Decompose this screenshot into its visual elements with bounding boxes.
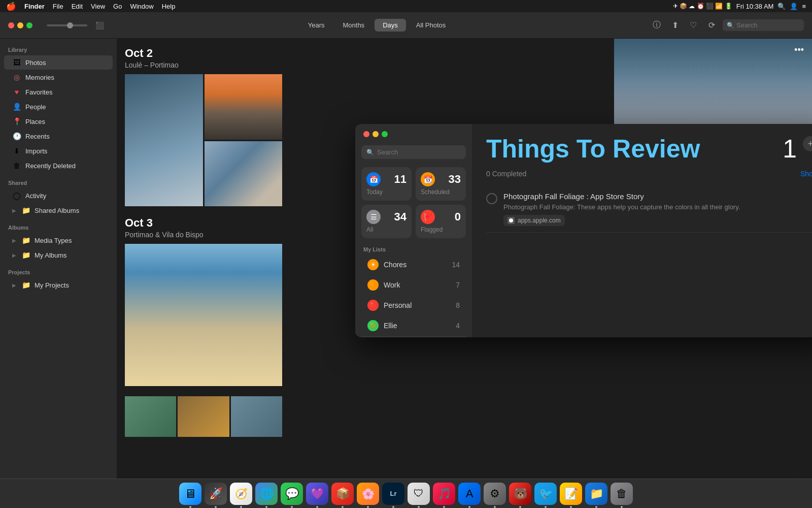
dock-trash[interactable]: 🗑: [611, 483, 633, 505]
share-button[interactable]: ⬆: [668, 18, 682, 33]
close-button[interactable]: [8, 22, 14, 28]
tab-months[interactable]: Months: [334, 19, 373, 31]
reminders-detail-header: Things To Review 1 +: [486, 136, 812, 162]
list-item-chores[interactable]: ☀ Chores 14: [359, 255, 468, 274]
dock-app2[interactable]: 💜: [306, 483, 328, 505]
show-button[interactable]: Show: [800, 170, 812, 178]
sidebar-item-places[interactable]: 📍 Places: [4, 114, 113, 129]
reminder-title: Photograph Fall Foliage : App Store Stor…: [503, 192, 740, 201]
photo-cell-oct3[interactable]: [125, 244, 282, 386]
sidebar-item-imports[interactable]: ⬇ Imports: [4, 144, 113, 158]
dock-settings[interactable]: ⚙: [484, 483, 506, 505]
list-item-ellie[interactable]: 🟢 Ellie 4: [359, 316, 468, 335]
menubar-help[interactable]: Help: [162, 3, 176, 10]
photo-cell[interactable]: [125, 396, 176, 437]
sidebar-item-activity[interactable]: ◯ Activity: [4, 188, 113, 203]
apple-menu[interactable]: 🍎: [6, 2, 16, 11]
dock-vpn[interactable]: 🛡: [408, 483, 430, 505]
dock-lightroom[interactable]: Lr: [382, 483, 404, 505]
dock-messages[interactable]: 💬: [281, 483, 303, 505]
dock-notes[interactable]: 📝: [560, 483, 582, 505]
reminders-minimize-button[interactable]: [373, 131, 379, 137]
minimize-button[interactable]: [17, 22, 23, 28]
stat-today[interactable]: 📅 11 Today: [361, 167, 412, 201]
dock-safari[interactable]: 🧭: [230, 483, 252, 505]
sidebar-item-my-albums[interactable]: ▶ 📁 My Albums: [4, 248, 113, 262]
menubar-file[interactable]: File: [53, 3, 63, 10]
dock-music[interactable]: 🎵: [433, 483, 455, 505]
list-item-things-to-review[interactable]: 🔵 Things To Review 1: [359, 336, 468, 337]
search-input[interactable]: [736, 21, 797, 29]
reminders-stats: 📅 11 Today 📆 33 Scheduled ☰ 34 All: [355, 163, 472, 242]
work-label: Work: [384, 281, 451, 289]
sidebar-item-recents[interactable]: 🕐 Recents: [4, 129, 113, 143]
favorite-button[interactable]: ♡: [686, 18, 700, 33]
menubar-edit[interactable]: Edit: [72, 3, 83, 10]
dock-twitter[interactable]: 🐦: [534, 483, 557, 505]
ellie-label: Ellie: [384, 322, 451, 330]
sidebar-item-favorites[interactable]: ♥ Favorites: [4, 85, 113, 99]
tab-years[interactable]: Years: [300, 19, 333, 31]
menubar-right: ✈ 📦 ☁ ⏰ ⬛ 📶 🔋 Fri 10:38 AM 🔍 👤 ≡: [673, 3, 806, 10]
list-item-personal[interactable]: 🔴 Personal 8: [359, 296, 468, 315]
reminders-sidebar: 🔍 📅 11 Today 📆 33 Scheduled ☰: [355, 124, 472, 337]
menubar-go[interactable]: Go: [113, 3, 122, 10]
sidebar-item-my-projects[interactable]: ▶ 📁 My Projects: [4, 278, 113, 292]
menubar-user-icon[interactable]: 👤: [790, 3, 798, 10]
stat-all[interactable]: ☰ 34 All: [361, 205, 412, 238]
list-item-work[interactable]: 🔶 Work 7: [359, 275, 468, 295]
menubar-window[interactable]: Window: [130, 3, 153, 10]
photo-more-button[interactable]: •••: [794, 45, 804, 55]
dock-launchpad[interactable]: 🚀: [205, 483, 227, 505]
sidebar-my-projects-label: My Projects: [35, 281, 69, 289]
photo-cell[interactable]: [205, 74, 283, 140]
reminders-search-input[interactable]: [377, 148, 461, 156]
link-favicon: [507, 217, 515, 224]
photo-cell[interactable]: [178, 396, 229, 437]
sidebar-item-people[interactable]: 👤 People: [4, 100, 113, 114]
reminder-link[interactable]: apps.apple.com: [503, 215, 565, 226]
reminders-maximize-button[interactable]: [382, 131, 388, 137]
work-icon: 🔶: [367, 279, 379, 291]
dock-files[interactable]: 📁: [585, 483, 607, 505]
tab-all-photos[interactable]: All Photos: [408, 19, 454, 31]
sidebar-toggle[interactable]: ⬛: [95, 21, 104, 29]
tab-days[interactable]: Days: [375, 19, 406, 31]
stat-flagged[interactable]: 🚩 0 Flagged: [416, 205, 466, 238]
menubar-search-icon[interactable]: 🔍: [777, 3, 786, 10]
rotate-button[interactable]: ⟳: [704, 18, 719, 33]
maximize-button[interactable]: [26, 22, 32, 28]
reminders-close-button[interactable]: [363, 131, 369, 137]
sidebar-item-media-types[interactable]: ▶ 📁 Media Types: [4, 233, 113, 247]
media-types-chevron: ▶: [12, 238, 16, 243]
reminders-search-box[interactable]: 🔍: [361, 145, 466, 159]
info-button[interactable]: ⓘ: [650, 18, 664, 33]
photo-cell[interactable]: [205, 141, 283, 207]
projects-header: Projects: [0, 267, 117, 277]
sidebar: Library 🖼 Photos ◎ Memories ♥ Favorites …: [0, 39, 117, 479]
scheduled-count: 33: [449, 173, 461, 186]
photo-cell[interactable]: [231, 396, 282, 437]
photo-cell[interactable]: [125, 74, 203, 206]
sidebar-item-memories[interactable]: ◎ Memories: [4, 70, 113, 84]
search-icon: 🔍: [727, 22, 734, 29]
dock-app3[interactable]: 📦: [331, 483, 354, 505]
menubar-finder[interactable]: Finder: [24, 3, 45, 10]
dock-bear[interactable]: 🐻: [509, 483, 531, 505]
sidebar-item-shared-albums[interactable]: ▶ 📁 Shared Albums: [4, 203, 113, 217]
size-slider[interactable]: [47, 24, 87, 26]
dock-photos[interactable]: 🌸: [357, 483, 379, 505]
sidebar-activity-label: Activity: [25, 192, 46, 200]
dock-chrome[interactable]: 🌐: [255, 483, 278, 505]
menubar-view[interactable]: View: [91, 3, 105, 10]
stat-scheduled[interactable]: 📆 33 Scheduled: [416, 167, 466, 201]
add-reminder-button[interactable]: +: [803, 136, 812, 151]
sidebar-item-photos[interactable]: 🖼 Photos: [4, 55, 113, 70]
menubar-control-icon[interactable]: ≡: [802, 3, 806, 10]
reminder-checkbox[interactable]: [486, 193, 497, 204]
dock-appstore[interactable]: A: [458, 483, 481, 505]
dock-finder[interactable]: 🖥: [179, 483, 201, 505]
today-count: 11: [394, 173, 407, 186]
search-box[interactable]: 🔍: [723, 19, 804, 31]
sidebar-item-recently-deleted[interactable]: 🗑 Recently Deleted: [4, 158, 113, 173]
